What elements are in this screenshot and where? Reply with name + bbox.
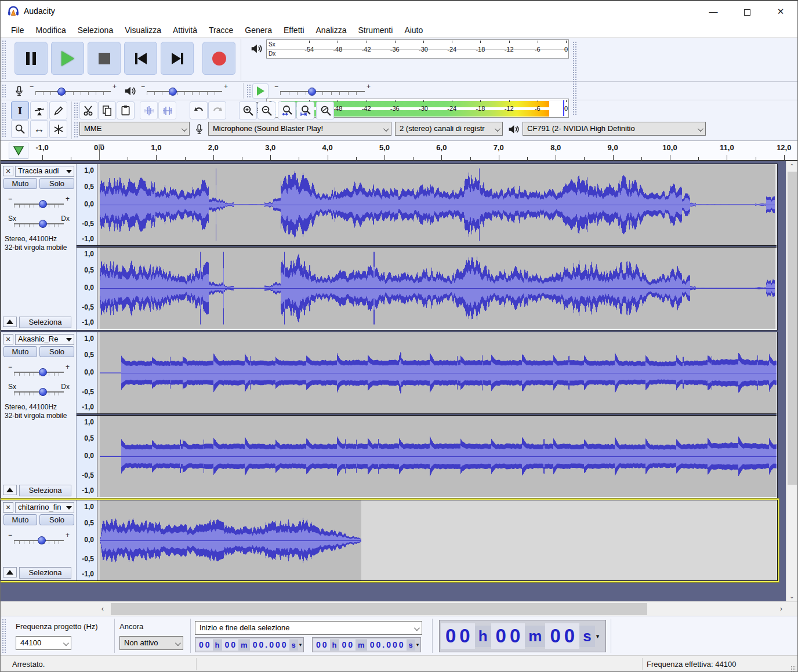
track3-gain-thumb[interactable] (38, 536, 46, 544)
menu-item-file[interactable]: File (5, 23, 30, 38)
track3-waveform[interactable] (97, 500, 777, 580)
resize-grip[interactable] (790, 666, 796, 671)
time-digits[interactable]: 00 (491, 623, 525, 649)
track-akashic-re[interactable]: ✕ Akashic_Re Muto Solo −+ SxDx Stereo, 4… (1, 332, 778, 499)
menu-item-visualizza[interactable]: Visualizza (119, 23, 167, 38)
zoom-in-button[interactable] (239, 101, 257, 119)
track1-ch2-vertical-ruler[interactable]: 1,00,50,0-0,5-1,0 (77, 248, 97, 329)
track2-ch1-vertical-ruler[interactable]: 1,00,50,0-0,5-1,0 (77, 332, 97, 413)
track2-close-button[interactable]: ✕ (3, 334, 13, 344)
track3-vertical-ruler[interactable]: 1,00,50,0-0,5-1,0 (77, 500, 97, 580)
tools-toolbar-grip[interactable] (2, 103, 6, 138)
time-format-dropdown[interactable]: ▾ (595, 633, 601, 640)
playback-volume-slider[interactable]: −+ (141, 84, 228, 97)
selection-end-time[interactable]: 00h00m00.000s▾ (312, 637, 421, 652)
play-at-speed-grip[interactable] (246, 84, 251, 97)
menu-item-aiuto[interactable]: Aiuto (398, 23, 429, 38)
skip-to-end-button[interactable] (161, 42, 194, 75)
time-digits[interactable]: 00 (441, 623, 475, 649)
transport-toolbar-grip[interactable] (2, 40, 6, 79)
menu-item-modifica[interactable]: Modifica (30, 23, 72, 38)
menu-item-genera[interactable]: Genera (239, 23, 278, 38)
playback-meter[interactable]: Sx Dx -54-48-42-36-30-24-18-12-60 (266, 39, 569, 59)
selection-start-time[interactable]: 00h00m00.000s▾ (195, 637, 304, 652)
time-digits[interactable]: 00 (196, 639, 213, 651)
track2-pan-thumb[interactable] (39, 388, 47, 396)
envelope-tool-button[interactable] (30, 101, 48, 119)
track1-ch1-vertical-ruler[interactable]: 1,00,50,0-0,5-1,0 (77, 164, 97, 245)
vertical-scroll-thumb[interactable] (788, 172, 797, 485)
track2-collapse-button[interactable] (3, 485, 17, 495)
time-format-dropdown[interactable]: ▾ (298, 642, 303, 648)
horizontal-scrollbar[interactable]: ‹ › (1, 601, 797, 616)
copy-button[interactable] (98, 101, 116, 119)
paste-button[interactable] (117, 101, 135, 119)
track-traccia-audi[interactable]: ✕ Traccia audi Muto Solo −+ SxDx Stereo,… (1, 164, 778, 330)
audio-position-time[interactable]: 00h00m00s▾ (439, 620, 606, 652)
zoom-toggle-button[interactable] (316, 101, 334, 119)
track3-solo-button[interactable]: Solo (39, 514, 74, 525)
scroll-up-arrow[interactable]: ⌃ (786, 161, 797, 171)
track2-ch2-waveform[interactable] (97, 416, 777, 497)
time-digits[interactable]: 00 (545, 623, 579, 649)
vertical-scrollbar[interactable]: ⌃ ⌄ (786, 161, 797, 601)
track2-ch1-waveform[interactable] (97, 332, 777, 413)
audio-host-select[interactable]: MME (79, 122, 190, 136)
menu-item-tracce[interactable]: Tracce (203, 23, 239, 38)
track3-close-button[interactable]: ✕ (3, 502, 13, 513)
cut-button[interactable] (79, 101, 97, 119)
pinned-play-head-button[interactable] (9, 143, 28, 159)
track1-pan-thumb[interactable] (39, 220, 47, 228)
play-button[interactable] (51, 42, 84, 75)
track1-ch2-waveform[interactable] (97, 248, 777, 329)
menu-item-seleziona[interactable]: Seleziona (72, 23, 119, 38)
track2-select-button[interactable]: Seleziona (19, 485, 71, 496)
track1-gain-slider[interactable]: −+ (8, 197, 70, 209)
fit-selection-button[interactable] (278, 101, 296, 119)
time-digits[interactable]: 00 (339, 639, 356, 651)
snap-to-select[interactable]: Non attivo (119, 636, 183, 650)
playback-device-select[interactable]: CF791 (2- NVIDIA High Definitio (523, 122, 706, 136)
track3-mute-button[interactable]: Muto (3, 514, 37, 525)
track2-gain-thumb[interactable] (39, 368, 47, 376)
scroll-right-arrow[interactable]: › (775, 602, 787, 616)
silence-audio-button[interactable] (158, 101, 176, 119)
edit-toolbar-grip[interactable] (74, 102, 78, 119)
recording-volume-slider[interactable]: −+ (30, 84, 117, 97)
selection-range-mode-select[interactable]: Inizio e fine della selezione (195, 621, 422, 635)
selection-toolbar-grip[interactable] (2, 619, 6, 653)
pause-button[interactable] (14, 42, 48, 75)
project-rate-select[interactable]: 44100 (16, 636, 71, 650)
horizontal-scroll-thumb[interactable] (111, 603, 647, 615)
skip-to-start-button[interactable] (124, 42, 157, 75)
zoom-tool-button[interactable] (11, 120, 29, 138)
track3-select-button[interactable]: Seleziona (19, 567, 71, 579)
track3-collapse-button[interactable] (3, 567, 17, 577)
record-button[interactable] (202, 42, 235, 75)
selection-tool-button[interactable]: I (11, 101, 29, 119)
minimize-button[interactable]: — (697, 1, 730, 23)
menu-item-analizza[interactable]: Analizza (310, 23, 353, 38)
time-digits[interactable]: 00.000 (367, 639, 407, 651)
track1-title-menu[interactable]: Traccia audi (15, 166, 74, 177)
track2-pan-slider[interactable]: SxDx (8, 384, 70, 397)
track2-mute-button[interactable]: Muto (3, 346, 37, 357)
time-format-dropdown[interactable]: ▾ (415, 642, 420, 648)
timeline-ruler[interactable]: -1,00,01,02,03,04,05,06,07,08,09,010,011… (1, 141, 797, 161)
draw-tool-button[interactable] (49, 101, 67, 119)
playback-volume-thumb[interactable] (169, 88, 177, 96)
multi-tool-button[interactable] (49, 120, 67, 138)
time-digits[interactable]: 00.000 (250, 639, 289, 651)
play-speed-slider[interactable]: −+ (274, 84, 371, 97)
close-button[interactable]: ✕ (764, 1, 797, 23)
play-speed-thumb[interactable] (308, 88, 316, 96)
track1-solo-button[interactable]: Solo (39, 178, 74, 189)
track2-title-menu[interactable]: Akashic_Re (15, 334, 74, 345)
track-chitarrino-fin[interactable]: ✕ chitarrino_fin Muto Solo −+ Seleziona … (1, 500, 778, 581)
track3-title-menu[interactable]: chitarrino_fin (15, 502, 74, 513)
track1-gain-thumb[interactable] (39, 200, 47, 208)
time-digits[interactable]: 00 (222, 639, 239, 651)
track2-ch2-vertical-ruler[interactable]: 1,00,50,0-0,5-1,0 (77, 416, 97, 497)
menu-item-effetti[interactable]: Effetti (278, 23, 310, 38)
time-digits[interactable]: 00 (313, 639, 330, 651)
